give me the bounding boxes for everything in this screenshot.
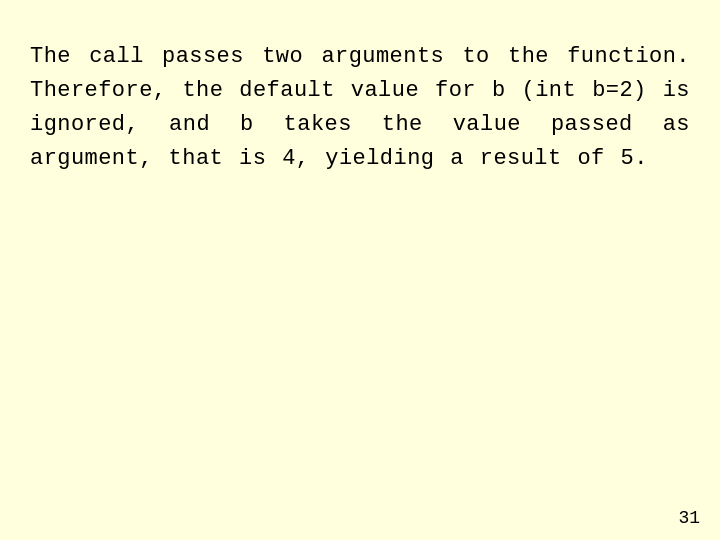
page-number: 31 <box>678 508 700 528</box>
content-area: The call passes two arguments to the fun… <box>20 30 700 186</box>
main-paragraph: The call passes two arguments to the fun… <box>30 40 690 176</box>
